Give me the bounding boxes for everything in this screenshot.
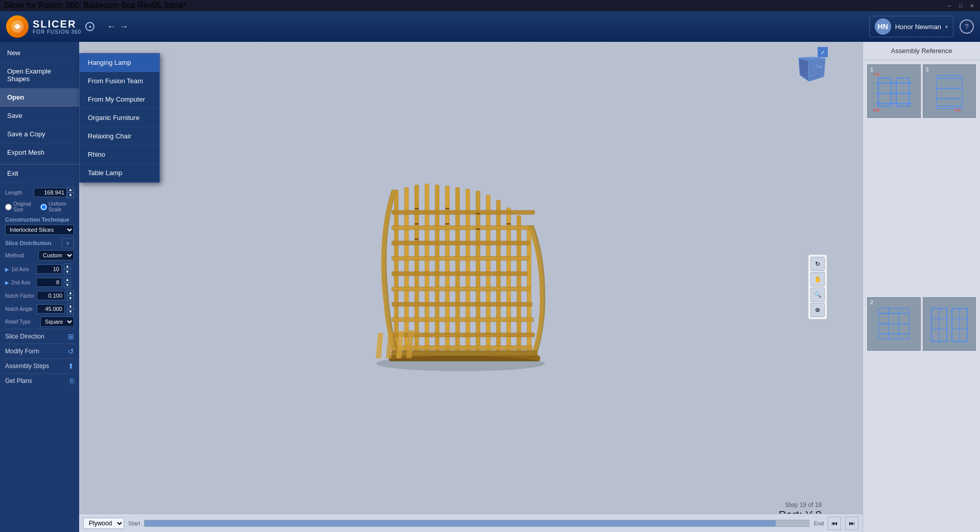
sidebar-item-open-example[interactable]: Open Example Shapes (0, 62, 79, 88)
svg-rect-20 (392, 287, 530, 291)
svg-rect-62 (929, 303, 970, 344)
progress-end-label: End (814, 520, 824, 526)
logo-slicer: SLICER (33, 19, 81, 29)
length-down[interactable]: ▼ (67, 192, 74, 198)
submenu-from-my-computer[interactable]: From My Computer (80, 90, 159, 109)
axis1-label: 1st Axis (11, 267, 34, 272)
assembly-thumb-3[interactable]: 3 Z-4 (923, 64, 976, 118)
size-radio-group: Original Size Uniform Scale (5, 201, 74, 212)
svg-rect-34 (445, 208, 449, 209)
method-select[interactable]: Custom (38, 250, 74, 260)
construction-technique-label: Construction Technique (5, 216, 74, 223)
window-title: Slicer for Fusion 360: Bathroom Box Rev0… (4, 1, 187, 10)
axis1-input[interactable] (36, 264, 62, 274)
back-button[interactable]: ← (107, 21, 116, 32)
svg-rect-11 (496, 200, 500, 353)
axis2-row: ▶ 2nd Axis ▲ ▼ (5, 277, 74, 288)
progress-bar (144, 520, 809, 527)
relief-type-select[interactable]: Square (40, 317, 74, 327)
logo-fusion: FOR FUSION 360 (33, 29, 81, 35)
user-dropdown-icon: ▾ (945, 24, 948, 30)
sidebar-item-export-mesh[interactable]: Export Mesh (0, 143, 79, 162)
svg-rect-32 (415, 223, 419, 225)
notch-factor-up[interactable]: ▲ (67, 290, 74, 296)
technique-select[interactable]: Interlocked Slices (5, 225, 74, 235)
slice-distribution-icon[interactable]: ≡ (62, 238, 74, 248)
assembly-thumb-1[interactable]: 1 Z-8 Y-8 (867, 64, 921, 118)
length-up[interactable]: ▲ (67, 187, 74, 192)
assembly-thumb-2[interactable]: 2 (867, 297, 921, 351)
slice-direction-tool[interactable]: Slice Direction ⊞ (5, 329, 74, 344)
help-button[interactable]: ? (960, 19, 974, 34)
rotate-button[interactable]: ↻ (810, 257, 825, 271)
submenu-rhino[interactable]: Rhino (80, 146, 159, 164)
original-size-radio[interactable]: Original Size (5, 201, 36, 212)
notch-factor-label: Notch Factor (5, 293, 35, 299)
submenu-relaxing-chair[interactable]: Relaxing Chair (80, 127, 159, 146)
axis1-down[interactable]: ▼ (64, 269, 71, 275)
avatar: HN (875, 18, 891, 35)
viewport[interactable]: RIGHT TOP BOTTOM ⤢ (79, 42, 863, 532)
get-plans-tool[interactable]: Get Plans ⎘ (5, 373, 74, 388)
forward-button[interactable]: → (119, 21, 128, 32)
submenu-hanging-lamp[interactable]: Hanging Lamp (80, 54, 159, 72)
axis2-up[interactable]: ▲ (64, 277, 71, 282)
svg-rect-24 (392, 346, 532, 350)
notch-angle-up[interactable]: ▲ (67, 303, 74, 309)
fit-button[interactable]: ⊕ (810, 303, 825, 317)
zoom-button[interactable]: 🔍 (810, 287, 825, 302)
axis2-input[interactable] (36, 278, 62, 287)
bottom-bar: Plywood Start End ⏮ ⏭ (79, 514, 863, 532)
close-button[interactable]: ✕ (968, 2, 976, 10)
title-bar: Slicer for Fusion 360: Bathroom Box Rev0… (0, 0, 980, 11)
material-select[interactable]: Plywood (83, 518, 124, 529)
skip-end-button[interactable]: ⏭ (845, 517, 858, 530)
modify-form-tool[interactable]: Modify Form ↺ (5, 344, 74, 358)
minimize-button[interactable]: ─ (945, 2, 953, 10)
sidebar-item-new[interactable]: New (0, 44, 79, 62)
submenu-organic-furniture[interactable]: Organic Furniture (80, 109, 159, 127)
sidebar-item-save[interactable]: Save (0, 107, 79, 125)
submenu-table-lamp[interactable]: Table Lamp (80, 164, 159, 182)
progress-bar-fill (145, 520, 776, 526)
svg-rect-36 (476, 213, 480, 214)
svg-rect-15 (392, 210, 535, 214)
svg-text:Z-4: Z-4 (954, 108, 961, 112)
sidebar-item-open[interactable]: Open (0, 88, 79, 107)
assembly-thumb-4[interactable] (923, 297, 976, 351)
svg-rect-13 (517, 215, 521, 351)
submenu-from-fusion-team[interactable]: From Fusion Team (80, 72, 159, 90)
notch-factor-row: Notch Factor ▲ ▼ (5, 290, 74, 301)
assembly-steps-tool[interactable]: Assembly Steps ⬆ (5, 358, 74, 373)
header: SLICER FOR FUSION 360 ▾ ← → HN Honor New… (0, 11, 980, 42)
method-row: Method Custom (5, 250, 74, 260)
axis2-down[interactable]: ▼ (64, 282, 71, 288)
modify-form-icon: ↺ (68, 347, 74, 355)
sidebar: New Open Example Shapes Open Save Save a… (0, 42, 79, 532)
notch-angle-down[interactable]: ▼ (67, 309, 74, 315)
length-input[interactable] (34, 188, 67, 197)
notch-angle-input[interactable] (37, 304, 65, 313)
skip-start-button[interactable]: ⏮ (828, 517, 841, 530)
model-area (79, 42, 863, 532)
svg-rect-4 (425, 184, 429, 356)
assembly-steps-icon: ⬆ (68, 362, 74, 370)
axis1-up[interactable]: ▲ (64, 263, 71, 269)
sidebar-item-save-copy[interactable]: Save a Copy (0, 125, 79, 143)
sidebar-item-exit[interactable]: Exit (0, 164, 79, 183)
axis2-play: ▶ (5, 280, 9, 285)
notch-factor-down[interactable]: ▼ (67, 296, 74, 301)
uniform-scale-radio[interactable]: Uniform Scale (40, 201, 74, 212)
svg-rect-37 (476, 228, 480, 230)
pan-button[interactable]: ✋ (810, 272, 825, 286)
svg-rect-33 (415, 238, 419, 240)
user-area[interactable]: HN Honor Newman ▾ (869, 16, 953, 37)
notch-angle-label: Notch Angle (5, 306, 35, 312)
assembly-steps-label: Assembly Steps (5, 362, 49, 370)
svg-text:Y-8: Y-8 (873, 72, 880, 77)
notch-factor-input[interactable] (37, 291, 65, 300)
maximize-button[interactable]: □ (957, 2, 965, 10)
axis1-play: ▶ (5, 267, 9, 272)
progress-start-label: Start (128, 520, 140, 526)
svg-rect-31 (415, 208, 419, 209)
